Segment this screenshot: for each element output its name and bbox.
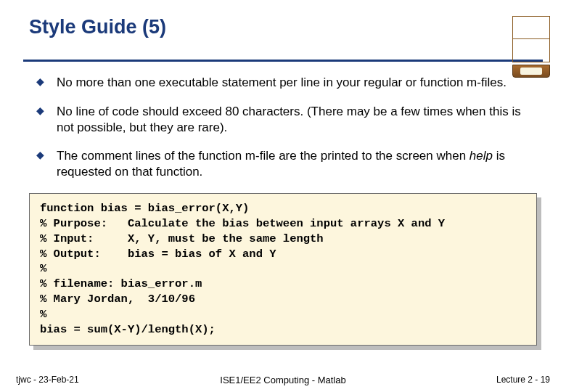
- slide: Style Guide (5) No more than one executa…: [0, 0, 566, 392]
- bullet-item: No line of code should exceed 80 charact…: [36, 104, 536, 136]
- footer-left: tjwc - 23-Feb-21: [16, 375, 79, 385]
- bullet-item: The comment lines of the function m-file…: [36, 148, 536, 180]
- crest-logo: [512, 16, 550, 57]
- bullet-text: No more than one executable statement pe…: [57, 75, 506, 89]
- slide-title: Style Guide (5): [23, 16, 166, 38]
- footer: tjwc - 23-Feb-21 ISE1/EE2 Computing - Ma…: [0, 375, 566, 385]
- code-content: function bias = bias_error(X,Y) % Purpos…: [29, 193, 537, 346]
- footer-center: ISE1/EE2 Computing - Matlab: [220, 375, 345, 385]
- bullet-text: The comment lines of the function m-file…: [57, 149, 505, 179]
- bullet-text: No line of code should exceed 80 charact…: [57, 105, 521, 134]
- header: Style Guide (5): [23, 16, 543, 57]
- footer-right: Lecture 2 - 19: [496, 375, 550, 385]
- code-example: function bias = bias_error(X,Y) % Purpos…: [29, 193, 537, 346]
- bullet-item: No more than one executable statement pe…: [36, 75, 536, 91]
- title-rule: [23, 60, 543, 62]
- bullet-list: No more than one executable statement pe…: [23, 75, 543, 180]
